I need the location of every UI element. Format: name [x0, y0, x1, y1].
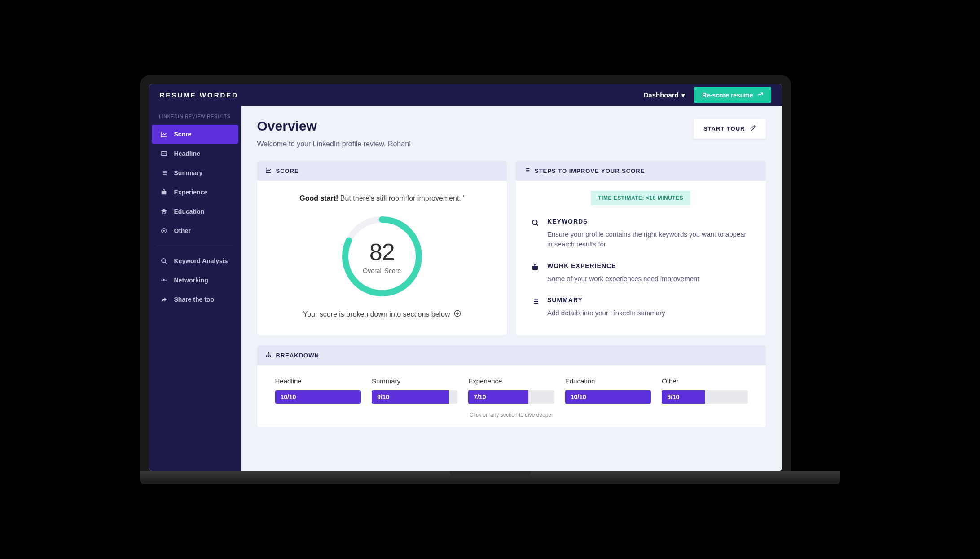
step-title: KEYWORDS: [547, 218, 751, 225]
breakdown-item-other[interactable]: Other5/10: [662, 377, 747, 404]
handshake-icon: [160, 277, 168, 284]
sidebar-item-label: Keyword Analysis: [174, 257, 228, 264]
score-ring: 82 Overall Score: [339, 214, 425, 299]
breakdown-bar: 5/10: [662, 390, 747, 404]
breakdown-label: Summary: [372, 377, 457, 385]
step-keywords[interactable]: KEYWORDS Ensure your profile contains th…: [531, 218, 751, 250]
score-value: 82: [369, 238, 395, 265]
breakdown-item-experience[interactable]: Experience7/10: [468, 377, 554, 404]
breakdown-item-education[interactable]: Education10/10: [565, 377, 651, 404]
laptop-frame: RESUME WORDED Dashboard ▾ Re-score resum…: [140, 75, 791, 471]
rescore-button[interactable]: Re-score resume: [694, 87, 771, 103]
sidebar-item-experience[interactable]: Experience: [152, 183, 238, 202]
breakdown-fill: 9/10: [372, 390, 449, 404]
breakdown-item-summary[interactable]: Summary9/10: [372, 377, 457, 404]
laptop-notch: [450, 471, 531, 477]
time-estimate-pill: TIME ESTIMATE: <18 MINUTES: [591, 191, 690, 205]
sidebar-item-keyword-analysis[interactable]: Keyword Analysis: [152, 251, 238, 270]
search-icon: [160, 257, 168, 264]
sidebar-item-score[interactable]: Score: [152, 125, 238, 144]
laptop-base: [140, 471, 840, 484]
sidebar-item-label: Summary: [174, 169, 203, 176]
breakdown-header-label: BREAKDOWN: [276, 352, 319, 359]
breakdown-label: Education: [565, 377, 651, 385]
svg-point-9: [532, 220, 537, 225]
score-label: Overall Score: [363, 267, 401, 274]
dashboard-label: Dashboard: [644, 91, 679, 99]
step-work-experience[interactable]: WORK EXPERIENCE Some of your work experi…: [531, 262, 751, 284]
svg-point-5: [161, 258, 165, 262]
breakdown-label: Other: [662, 377, 747, 385]
step-summary[interactable]: SUMMARY Add details into your LinkedIn s…: [531, 296, 751, 318]
breakdown-card: BREAKDOWN Headline10/10Summary9/10Experi…: [257, 345, 766, 427]
svg-rect-13: [268, 356, 268, 357]
svg-rect-2: [161, 191, 166, 194]
brand-logo: RESUME WORDED: [160, 91, 239, 99]
sidebar-item-label: Other: [174, 227, 191, 234]
sidebar-item-share[interactable]: Share the tool: [152, 290, 238, 309]
list-icon: [531, 296, 540, 318]
caret-down-icon: ▾: [681, 91, 685, 99]
briefcase-icon: [531, 262, 540, 284]
page-subtitle: Welcome to your LinkedIn profile review,…: [257, 140, 411, 148]
sidebar: LINKEDIN REVIEW RESULTS Score Headline S…: [149, 106, 241, 471]
score-card-header: SCORE: [257, 161, 507, 181]
start-tour-button[interactable]: START TOUR: [694, 119, 766, 139]
sidebar-item-education[interactable]: Education: [152, 202, 238, 221]
sidebar-item-headline[interactable]: Headline: [152, 144, 238, 163]
sidebar-item-label: Share the tool: [174, 296, 216, 303]
id-card-icon: [160, 150, 168, 157]
svg-rect-14: [269, 356, 270, 357]
svg-rect-10: [532, 266, 538, 270]
wand-icon: [750, 125, 756, 132]
steps-card: STEPS TO IMPROVE YOUR SCORE TIME ESTIMAT…: [516, 161, 766, 335]
app-screen: RESUME WORDED Dashboard ▾ Re-score resum…: [149, 84, 782, 471]
sidebar-item-other[interactable]: Other: [152, 221, 238, 240]
breakdown-bar: 7/10: [468, 390, 554, 404]
step-title: SUMMARY: [547, 296, 665, 304]
step-desc: Some of your work experiences need impro…: [547, 274, 699, 284]
steps-header-label: STEPS TO IMPROVE YOUR SCORE: [535, 167, 645, 174]
sidebar-divider: [157, 246, 233, 246]
score-card: SCORE Good start! But there's still room…: [257, 161, 507, 335]
list-icon: [524, 167, 530, 175]
dashboard-dropdown[interactable]: Dashboard ▾: [644, 91, 685, 99]
sidebar-item-networking[interactable]: Networking: [152, 271, 238, 290]
svg-rect-12: [266, 356, 267, 357]
circle-dot-icon: [160, 227, 168, 234]
breakdown-bar: 10/10: [565, 390, 651, 404]
sidebar-item-label: Education: [174, 208, 205, 215]
share-icon: [160, 296, 168, 303]
tour-label: START TOUR: [703, 125, 745, 132]
search-icon: [531, 218, 540, 250]
breakdown-item-headline[interactable]: Headline10/10: [275, 377, 361, 404]
svg-point-1: [162, 153, 163, 154]
sidebar-item-label: Networking: [174, 277, 208, 284]
chart-line-icon: [265, 167, 272, 175]
breakdown-bar: 10/10: [275, 390, 361, 404]
breakdown-bar: 9/10: [372, 390, 457, 404]
breakdown-note: Click on any section to dive deeper: [275, 412, 748, 418]
score-footer-text: Your score is broken down into sections …: [303, 310, 450, 318]
sitemap-icon: [265, 352, 272, 359]
breakdown-label: Experience: [468, 377, 554, 385]
step-desc: Ensure your profile contains the right k…: [547, 229, 751, 250]
briefcase-icon: [160, 189, 168, 196]
main-content: Overview Welcome to your LinkedIn profil…: [241, 106, 782, 471]
breakdown-fill: 7/10: [468, 390, 528, 404]
steps-card-header: STEPS TO IMPROVE YOUR SCORE: [516, 161, 766, 181]
breakdown-fill: 10/10: [275, 390, 361, 404]
sidebar-item-label: Score: [174, 131, 192, 138]
step-title: WORK EXPERIENCE: [547, 262, 699, 269]
breakdown-card-header: BREAKDOWN: [257, 345, 766, 365]
breakdown-fill: 5/10: [662, 390, 705, 404]
chart-up-icon: [757, 91, 763, 99]
sidebar-item-summary[interactable]: Summary: [152, 163, 238, 182]
breakdown-label: Headline: [275, 377, 361, 385]
svg-rect-11: [268, 352, 268, 353]
score-lead-bold: Good start!: [299, 194, 338, 202]
sidebar-item-label: Experience: [174, 189, 208, 196]
sidebar-item-label: Headline: [174, 150, 200, 157]
score-header-label: SCORE: [276, 167, 299, 174]
list-icon: [160, 169, 168, 176]
